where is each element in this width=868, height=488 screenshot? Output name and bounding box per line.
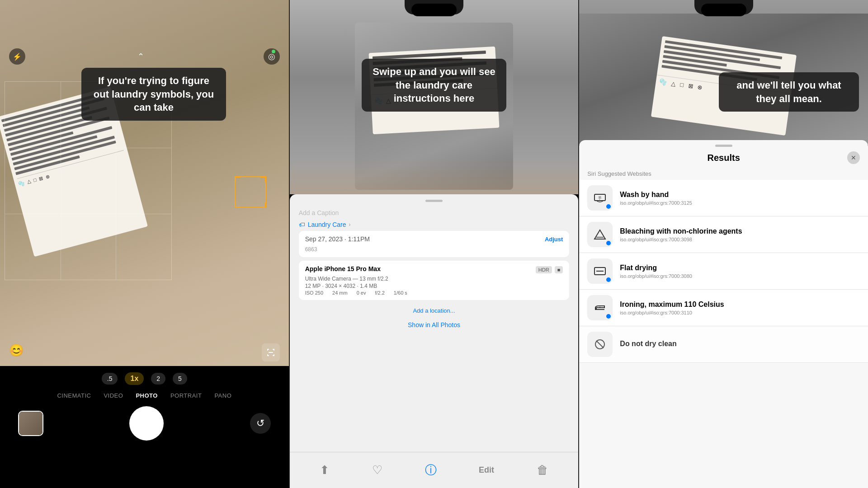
results-header: Results ✕ [579,150,868,168]
camera-spec: Ultra Wide Camera — 13 mm f/2.2 [305,276,563,282]
shutter-speed: 1/60 s [394,290,407,296]
device-info-section: Apple iPhone 15 Pro Max HDR ■ Ultra Wide… [299,261,570,300]
no-dry-clean-text: Do not dry clean [620,340,860,349]
laundry-care-tag: 🏷 Laundry Care › [299,221,570,228]
svg-rect-1 [267,349,268,351]
result-item-iron[interactable]: Ironing, maximum 110 Celsius iso.org/obp… [579,290,868,326]
result-item-bleach[interactable]: Bleaching with non-chlorine agents iso.o… [579,216,868,253]
adjust-button[interactable]: Adjust [545,236,563,243]
focal-length: 24 mm [332,290,348,296]
trash-icon: 🗑 [537,463,548,477]
heart-icon: ♡ [372,463,382,477]
p3-icon-5: ⊗ [697,84,703,91]
results-title: Results [600,153,847,163]
text-line [373,51,486,60]
svg-line-18 [596,341,604,348]
mode-cinematic[interactable]: CINEMATIC [57,392,91,399]
mode-portrait[interactable]: PORTRAIT [170,392,202,399]
no-dry-clean-icon-wrap [587,332,613,357]
blue-dot-2 [605,240,612,246]
dynamic-island-3 [701,4,746,16]
delete-tab[interactable]: 🗑 [537,463,548,477]
flat-dry-icon-wrap [587,258,613,284]
favorite-tab[interactable]: ♡ [372,463,382,477]
iron-icon-wrap [587,295,613,320]
p3-icon-3: □ [679,81,684,89]
aperture-value: f/2.2 [375,290,384,296]
results-close-button[interactable]: ✕ [847,151,860,164]
photo-tab-bar: ⬆ ♡ ⓘ Edit 🗑 [290,452,579,488]
results-sheet: Results ✕ Siri Suggested Websites 手 Wash… [579,140,868,488]
dynamic-island [411,4,457,16]
clothing-photo-upper: 🫧 △ □ ⊠ ⊗ and we'll tell you what they a… [579,0,868,145]
result-item-flat[interactable]: Flat drying iso.org/obp/ui#iso:grs:7000:… [579,253,868,290]
zoom-5x-button[interactable]: 5 [173,373,187,385]
photo-metadata-section: Sep 27, 2023 · 1:11PM Adjust 6863 [299,231,570,257]
sheet-drag-handle[interactable] [425,200,443,202]
ev-value: 0 ev [357,290,366,296]
svg-marker-11 [594,230,605,239]
iron-name: Ironing, maximum 110 Celsius [620,300,860,309]
date-adjust-row: Sep 27, 2023 · 1:11PM Adjust [305,235,563,243]
siri-suggested-label: Siri Suggested Websites [579,168,868,180]
info-tab[interactable]: ⓘ [425,462,437,478]
svg-point-16 [599,307,600,308]
raw-badge: ■ [555,266,563,273]
edit-tab[interactable]: Edit [479,465,494,475]
svg-text:手: 手 [598,196,602,200]
ios-info-sheet: Add a Caption 🏷 Laundry Care › Sep 27, 2… [290,194,579,488]
iron-symbol [593,300,607,315]
caption-bubble-1: If you're trying to figure out laundry s… [81,68,226,121]
caption-text-1: If you're trying to figure out laundry s… [94,75,214,113]
flash-off-icon[interactable]: ⚡ [9,48,25,65]
live-text-scan-icon[interactable] [262,343,280,361]
device-name: Apple iPhone 15 Pro Max [305,265,381,272]
bleach-symbol [593,227,607,242]
zoom-1x-button[interactable]: 1x [125,372,144,385]
shutter-button[interactable] [129,406,164,441]
flip-camera-icon[interactable]: ↺ [250,413,271,434]
camera-mode-selector: CINEMATIC VIDEO PHOTO PORTRAIT PANO [0,389,289,402]
add-caption-field[interactable]: Add a Caption [299,207,570,221]
svg-rect-5 [267,354,268,356]
no-dry-clean-symbol [593,337,607,352]
shutter-row: ↺ [0,402,289,445]
result-item-wash[interactable]: 手 Wash by hand iso.org/obp/ui#iso:grs:70… [579,180,868,216]
p3-icon-2: △ [670,80,676,87]
share-tab[interactable]: ⬆ [320,463,330,477]
laundry-care-icon: 🏷 [299,221,305,228]
phone-notch-3 [694,0,753,14]
flat-dry-symbol [593,264,607,278]
mode-photo[interactable]: PHOTO [136,392,158,399]
caption-bubble-2: Swipe up and you will see the laundry ca… [362,59,506,112]
add-location-button[interactable]: Add a location... [299,304,570,318]
last-photo-thumbnail[interactable] [18,411,43,436]
autofocus-box [235,176,266,208]
info-icon: ⓘ [425,462,437,478]
bleach-icon-wrap [587,222,613,247]
blue-dot-4 [605,313,612,319]
caption-text-3: and we'll tell you what they all mean. [736,80,841,104]
share-icon: ⬆ [320,463,330,477]
blue-dot-3 [605,277,612,283]
results-drag-handle[interactable] [715,145,732,147]
wash-hand-icon-wrap: 手 [587,185,613,211]
zoom-2x-button[interactable]: 2 [151,373,165,385]
show-all-photos-button[interactable]: Show in All Photos [299,318,570,332]
phone-notch [405,0,463,14]
p3-icon-1: 🫧 [659,78,667,86]
wash-hand-text: Wash by hand iso.org/obp/ui#iso:grs:7000… [620,191,860,206]
hdr-badge: HDR [536,266,552,273]
result-item-no-dry-clean[interactable]: Do not dry clean [579,326,868,363]
device-actions: HDR ■ [536,266,563,273]
zoom-05-button[interactable]: .5 [102,373,118,385]
zoom-controls: .5 1x 2 5 [0,366,289,389]
caption-bubble-3: and we'll tell you what they all mean. [719,72,859,112]
mode-pano[interactable]: PANO [214,392,231,399]
close-icon: ✕ [851,154,856,161]
file-info: 6863 [305,246,563,253]
mode-video[interactable]: VIDEO [104,392,123,399]
flat-dry-name: Flat drying [620,264,860,272]
iron-text: Ironing, maximum 110 Celsius iso.org/obp… [620,300,860,315]
no-dry-clean-name: Do not dry clean [620,340,860,348]
